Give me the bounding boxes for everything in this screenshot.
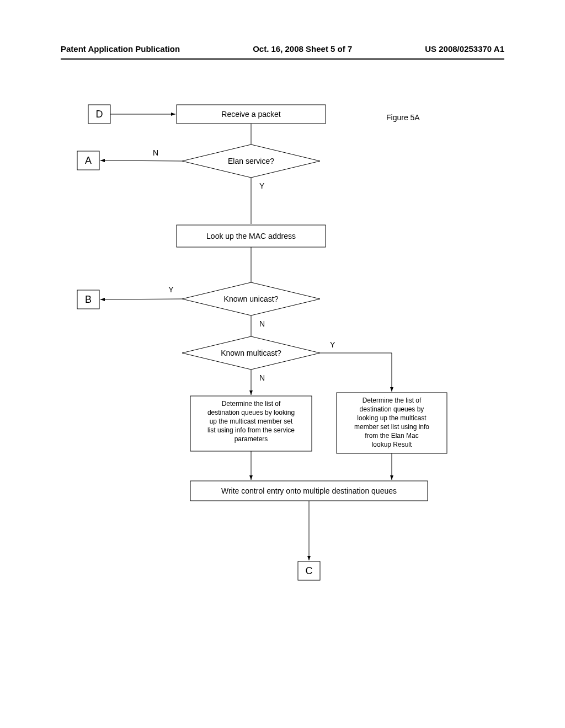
decision3-n-label: N bbox=[259, 373, 265, 382]
step4-l4: member set list using info bbox=[354, 423, 429, 431]
flowchart: Figure 5A D Receive a packet Elan servic… bbox=[66, 94, 497, 645]
step-receive-packet-label: Receive a packet bbox=[221, 110, 281, 119]
page-header: Patent Application Publication Oct. 16, … bbox=[61, 44, 504, 60]
step4-l3: looking up the multicast bbox=[357, 414, 427, 422]
header-right: US 2008/0253370 A1 bbox=[425, 44, 504, 58]
decision-elan-service-label: Elan service? bbox=[228, 157, 274, 165]
connector-c-label: C bbox=[306, 565, 313, 576]
step4-l2: destination queues by bbox=[360, 405, 424, 413]
header-left: Patent Application Publication bbox=[61, 44, 180, 58]
step3-l4: list using info from the service bbox=[207, 426, 295, 434]
decision2-y-label: Y bbox=[168, 285, 174, 294]
decision-known-multicast-label: Known multicast? bbox=[221, 349, 281, 357]
step4-l6: lookup Result bbox=[372, 441, 412, 448]
decision-known-unicast-label: Known unicast? bbox=[224, 295, 279, 303]
step3-l2: destination queues by looking bbox=[207, 409, 295, 416]
step4-l1: Determine the list of bbox=[363, 397, 422, 404]
decision2-n-label: N bbox=[259, 319, 265, 328]
edge-decision2-to-b bbox=[100, 299, 182, 299]
decision1-n-label: N bbox=[153, 148, 158, 157]
header-center: Oct. 16, 2008 Sheet 5 of 7 bbox=[253, 44, 352, 58]
connector-b-label: B bbox=[85, 294, 92, 305]
step3-l3: up the multicast member set bbox=[210, 417, 293, 425]
figure-label: Figure 5A bbox=[386, 113, 420, 122]
step-lookup-mac-label: Look up the MAC address bbox=[206, 232, 296, 240]
decision3-y-label: Y bbox=[330, 340, 335, 349]
step4-l5: from the Elan Mac bbox=[365, 432, 418, 440]
step3-l5: parameters bbox=[234, 435, 268, 443]
decision1-y-label: Y bbox=[259, 181, 265, 190]
step-write-control-entry-label: Write control entry onto multiple destin… bbox=[221, 486, 397, 495]
edge-decision1-to-a bbox=[100, 160, 182, 161]
step3-l1: Determine the list of bbox=[222, 400, 281, 408]
edge-decision3-to-step4 bbox=[320, 353, 392, 392]
connector-d-label: D bbox=[96, 109, 103, 120]
connector-a-label: A bbox=[85, 155, 92, 166]
